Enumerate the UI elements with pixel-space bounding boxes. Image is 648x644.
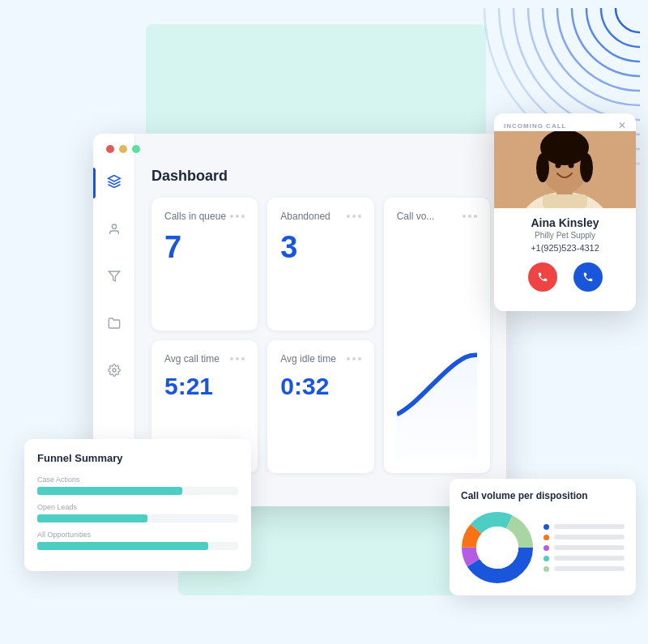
stats-grid: Calls in queue 7 Abandoned 3	[151, 198, 490, 473]
page-title: Dashboard	[151, 168, 490, 185]
disposition-card: Call volume per disposition	[450, 479, 636, 595]
call-volume-chart	[397, 232, 477, 460]
avg-idle-time-label: Avg idle time	[280, 353, 335, 365]
funnel-bar-bg-1	[37, 487, 238, 495]
caller-name: Aina Kinsley	[504, 216, 626, 229]
sidebar-item-layers[interactable]	[93, 168, 134, 198]
abandoned-value: 3	[280, 232, 360, 262]
donut-chart	[461, 511, 534, 584]
legend-dot-2	[544, 535, 549, 540]
caller-company: Philly Pet Supply	[504, 231, 626, 240]
funnel-bar-open-leads	[37, 514, 147, 522]
svg-point-20	[536, 153, 549, 182]
legend-line-2	[554, 535, 625, 540]
legend-line-5	[554, 566, 625, 571]
filter-icon	[108, 270, 121, 286]
abandoned-card: Abandoned 3	[267, 198, 373, 331]
folder-icon	[108, 317, 121, 333]
legend-item-1	[544, 524, 625, 530]
close-dot[interactable]	[106, 145, 114, 153]
incoming-call-header: Incoming Call ✕	[494, 113, 636, 131]
avg-idle-time-card: Avg idle time 0:32	[267, 340, 373, 473]
legend-line-1	[554, 524, 625, 529]
disposition-legend	[544, 524, 625, 572]
svg-marker-11	[108, 176, 120, 182]
svg-point-22	[556, 163, 561, 168]
legend-item-2	[544, 535, 625, 540]
svg-point-1	[616, 8, 640, 32]
call-actions	[504, 262, 626, 303]
accept-button[interactable]	[573, 262, 603, 292]
funnel-bar-bg-3	[37, 542, 238, 550]
funnel-row-all-opportunities: All Opportunities	[37, 531, 238, 550]
avg-call-time-value: 5:21	[164, 374, 245, 399]
funnel-row-case-actions: Case Actions	[37, 476, 238, 495]
calls-in-queue-value: 7	[164, 232, 245, 262]
legend-line-3	[554, 545, 625, 550]
funnel-label-all-opportunities: All Opportunities	[37, 531, 238, 539]
disposition-title: Call volume per disposition	[461, 490, 625, 501]
sidebar-item-folder[interactable]	[93, 310, 134, 339]
incoming-call-label: Incoming Call	[504, 122, 566, 130]
legend-item-4	[544, 556, 625, 561]
legend-item-3	[544, 545, 625, 551]
legend-dot-1	[544, 524, 549, 530]
calls-in-queue-card: Calls in queue 7	[151, 198, 258, 331]
funnel-row-open-leads: Open Leads	[37, 503, 238, 522]
svg-point-21	[580, 153, 593, 182]
caller-photo	[494, 131, 636, 208]
call-volume-label: Call vo...	[397, 211, 435, 222]
sidebar-item-filter[interactable]	[93, 263, 134, 292]
funnel-bar-bg-2	[37, 514, 238, 522]
calls-menu-dots[interactable]	[230, 215, 245, 218]
caller-info: Aina Kinsley Philly Pet Supply +1(925)52…	[494, 208, 636, 311]
sidebar-item-settings[interactable]	[93, 357, 134, 386]
funnel-label-open-leads: Open Leads	[37, 503, 238, 511]
call-volume-menu-dots[interactable]	[463, 215, 477, 218]
caller-phone: +1(925)523-4312	[504, 243, 626, 253]
user-icon	[108, 223, 121, 239]
legend-dot-3	[544, 545, 549, 551]
window-controls	[106, 145, 140, 153]
funnel-summary-card: Funnel Summary Case Actions Open Leads A…	[24, 439, 251, 571]
maximize-dot[interactable]	[132, 145, 140, 153]
svg-point-23	[569, 163, 574, 168]
svg-point-3	[586, 8, 640, 62]
svg-point-12	[112, 224, 116, 228]
close-button[interactable]: ✕	[618, 120, 626, 131]
legend-item-5	[544, 566, 625, 572]
disposition-content	[461, 511, 625, 584]
avg-idle-menu-dots[interactable]	[347, 357, 361, 360]
calls-in-queue-label: Calls in queue	[164, 211, 226, 222]
funnel-label-case-actions: Case Actions	[37, 476, 238, 484]
funnel-bar-all-opportunities	[37, 542, 208, 550]
funnel-bar-case-actions	[37, 487, 182, 495]
minimize-dot[interactable]	[119, 145, 127, 153]
svg-marker-13	[109, 271, 119, 281]
avg-call-menu-dots[interactable]	[230, 357, 245, 360]
funnel-title: Funnel Summary	[37, 452, 238, 464]
decline-button[interactable]	[528, 262, 557, 292]
abandoned-label: Abandoned	[280, 211, 330, 222]
avg-idle-time-value: 0:32	[280, 374, 360, 399]
svg-point-5	[557, 8, 640, 91]
sidebar-item-user[interactable]	[93, 216, 134, 245]
legend-line-4	[554, 556, 625, 561]
caller-avatar-svg	[494, 131, 636, 208]
layers-icon	[107, 174, 122, 192]
abandoned-menu-dots[interactable]	[347, 215, 361, 218]
incoming-call-card: Incoming Call ✕ Aina Kinsley Philly P	[494, 113, 636, 311]
gear-icon	[108, 364, 121, 380]
svg-point-2	[601, 8, 640, 47]
svg-point-14	[113, 369, 116, 372]
avg-call-time-label: Avg call time	[164, 353, 220, 365]
svg-point-30	[476, 527, 518, 569]
svg-rect-24	[543, 194, 587, 208]
legend-dot-4	[544, 556, 549, 561]
legend-dot-5	[544, 566, 549, 572]
call-volume-card: Call vo...	[384, 198, 490, 473]
